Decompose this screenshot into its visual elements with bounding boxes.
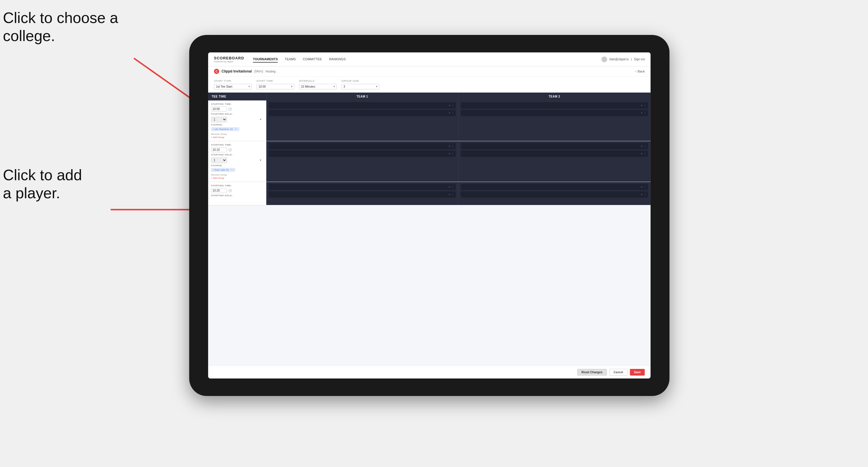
slot-close-10[interactable]: × (449, 193, 450, 196)
course-tag-1[interactable]: ⬡ (A) Peachtree GC × ‣ (211, 127, 239, 131)
player-slot-1-t1-2[interactable]: × ⋮ (269, 110, 456, 116)
tablet-shell: SCOREBOARD Powered by clippd TOURNAMENTS… (189, 35, 670, 396)
group-row-2: STARTING TIME: 🕐 STARTING HOLE: 1 COURSE… (208, 141, 651, 182)
slot-expand-2[interactable]: ⋮ (452, 112, 454, 115)
player-slot-1-t1-1[interactable]: × ⋮ (269, 102, 456, 108)
starting-hole-label-1: STARTING HOLE: (211, 113, 263, 115)
course-tag-2[interactable]: ⬡ East Lake GC × ‣ (211, 168, 235, 172)
hole-select-wrapper-2: 1 (211, 157, 263, 163)
tournament-name: Clippd Invitational (221, 69, 252, 73)
slot-expand-10[interactable]: ⋮ (452, 193, 454, 196)
start-time-select[interactable]: 10:00 (256, 84, 294, 89)
nav-tournaments[interactable]: TOURNAMENTS (253, 56, 278, 63)
tag-icon-1: ⬡ (213, 128, 214, 130)
starting-hole-label-2: STARTING HOLE: (211, 153, 263, 156)
table-header: Tee Time Team 1 Team 2 (208, 93, 651, 100)
save-button[interactable]: Save (630, 369, 645, 376)
slot-close-9[interactable]: × (449, 185, 450, 188)
slot-expand-3[interactable]: ⋮ (644, 104, 646, 107)
player-slot-3-t1-2[interactable]: × ⋮ (269, 191, 456, 198)
slot-close-3[interactable]: × (641, 104, 643, 107)
cancel-button[interactable]: Cancel (609, 369, 627, 376)
slot-expand-12[interactable]: ⋮ (644, 193, 646, 196)
player-slot-2-t2-2[interactable]: × ⋮ (461, 151, 648, 157)
th-team1: Team 1 (266, 93, 459, 100)
tablet-screen: SCOREBOARD Powered by clippd TOURNAMENTS… (208, 53, 651, 378)
tag-close-2[interactable]: × (230, 168, 232, 171)
nav-bar: SCOREBOARD Powered by clippd TOURNAMENTS… (208, 53, 651, 66)
clock-icon-2: 🕐 (228, 148, 232, 151)
c-logo: C (214, 69, 219, 74)
slot-expand-11[interactable]: ⋮ (644, 185, 646, 188)
team1-panel-2: × ⋮ × ⋮ (266, 141, 459, 182)
slot-close-12[interactable]: × (641, 193, 643, 196)
slot-expand-6[interactable]: ⋮ (452, 152, 454, 155)
remove-group-2[interactable]: Remove Group (211, 174, 263, 176)
slot-close-4[interactable]: × (641, 112, 643, 115)
back-button[interactable]: ‹ Back (636, 70, 645, 73)
slot-close-5[interactable]: × (449, 145, 450, 148)
player-slot-1-t2-2[interactable]: × ⋮ (461, 110, 648, 116)
tag-close-1[interactable]: × (235, 128, 236, 130)
hole-select-2[interactable]: 1 (211, 157, 227, 163)
slot-expand-9[interactable]: ⋮ (452, 185, 454, 188)
starting-time-input-2[interactable] (211, 147, 227, 152)
tag-icon-2: ⬡ (213, 169, 214, 171)
slot-expand-7[interactable]: ⋮ (644, 145, 646, 148)
slot-close-1[interactable]: × (449, 104, 450, 107)
add-group-2[interactable]: + Add Group (211, 177, 263, 179)
clock-icon-3: 🕐 (228, 189, 232, 192)
pipe-separator: | (631, 58, 632, 61)
team1-panel-3: × ⋮ × ⋮ (266, 182, 459, 205)
course-label-2: COURSE: (211, 164, 263, 167)
start-type-select[interactable]: 1st Tee Start (214, 84, 252, 89)
group-size-select-wrapper: 3 (341, 84, 379, 89)
player-slot-2-t1-1[interactable]: × ⋮ (269, 143, 456, 149)
slot-expand-1[interactable]: ⋮ (452, 104, 454, 107)
starting-hole-label-3: STARTING HOLE: (211, 194, 263, 197)
player-slot-3-t1-1[interactable]: × ⋮ (269, 184, 456, 190)
tee-time-panel-3: STARTING TIME: 🕐 STARTING HOLE: (208, 182, 266, 205)
team2-panel-2: × ⋮ × ⋮ (459, 141, 651, 182)
slot-expand-5[interactable]: ⋮ (452, 145, 454, 148)
user-email: blair@clippd.io (610, 58, 629, 61)
slot-expand-4[interactable]: ⋮ (644, 112, 646, 115)
slot-close-6[interactable]: × (449, 152, 450, 155)
slot-close-7[interactable]: × (641, 145, 643, 148)
starting-time-input-3[interactable] (211, 188, 227, 193)
nav-rankings[interactable]: RANKINGS (329, 56, 345, 63)
remove-group-1[interactable]: Remove Group (211, 133, 263, 135)
player-slot-2-t1-2[interactable]: × ⋮ (269, 151, 456, 157)
hosting-badge: Hosting (266, 70, 275, 73)
start-type-group: Start Type 1st Tee Start (214, 80, 252, 89)
starting-time-input-1[interactable] (211, 106, 227, 112)
player-slot-3-t2-2[interactable]: × ⋮ (461, 191, 648, 198)
intervals-select[interactable]: 10 Minutes (299, 84, 337, 89)
sign-out-link[interactable]: Sign out (634, 58, 645, 61)
nav-committee[interactable]: COMMITTEE (303, 56, 322, 63)
team1-panel-1: × ⋮ × ⋮ (266, 100, 459, 141)
slot-close-2[interactable]: × (449, 112, 450, 115)
group-size-select[interactable]: 3 (341, 84, 379, 89)
settings-row: Start Type 1st Tee Start Start Time 10:0… (208, 76, 651, 93)
hole-select-1[interactable]: 1 (211, 117, 227, 122)
sub-header: C Clippd Invitational (Men) Hosting ‹ Ba… (208, 66, 651, 76)
tournament-gender: (Men) (254, 69, 263, 73)
user-avatar (601, 57, 607, 62)
slot-close-11[interactable]: × (641, 185, 643, 188)
player-slot-1-t2-1[interactable]: × ⋮ (461, 102, 648, 108)
starting-time-label-2: STARTING TIME: (211, 144, 263, 146)
player-slot-2-t2-1[interactable]: × ⋮ (461, 143, 648, 149)
add-group-1[interactable]: + Add Group (211, 136, 263, 138)
tag-arrow-2[interactable]: ‣ (232, 168, 234, 171)
start-time-label: Start Time (256, 80, 294, 83)
main-content: STARTING TIME: 🕐 STARTING HOLE: 1 COURSE… (208, 100, 651, 366)
reset-changes-button[interactable]: Reset Changes (577, 369, 607, 376)
slot-close-8[interactable]: × (641, 152, 643, 155)
slot-expand-8[interactable]: ⋮ (644, 152, 646, 155)
nav-teams[interactable]: TEAMS (285, 56, 296, 63)
remove-add-1: Remove Group + Add Group (211, 133, 263, 138)
player-slot-3-t2-1[interactable]: × ⋮ (461, 184, 648, 190)
tag-arrow-1[interactable]: ‣ (236, 128, 238, 130)
nav-links: TOURNAMENTS TEAMS COMMITTEE RANKINGS (253, 56, 601, 63)
